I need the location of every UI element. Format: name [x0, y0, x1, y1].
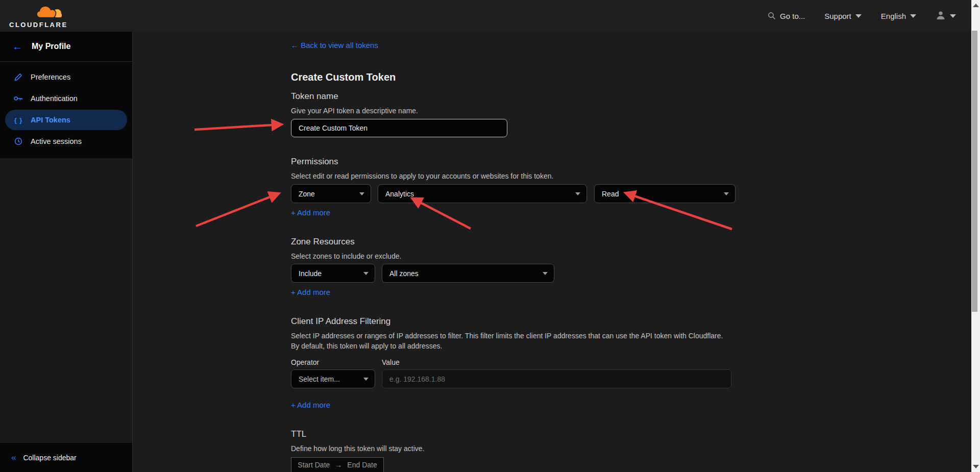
sidebar-item-label: Active sessions: [31, 137, 82, 145]
selected-value: Analytics: [385, 190, 414, 198]
back-arrow-icon[interactable]: ←: [12, 41, 22, 53]
user-icon: [936, 10, 946, 22]
value-label: Value: [382, 358, 400, 366]
selected-value: Include: [299, 269, 322, 278]
sidebar-item-label: API Tokens: [31, 116, 70, 124]
support-menu[interactable]: Support: [824, 12, 862, 20]
sidebar-item-authentication[interactable]: Authentication: [5, 88, 127, 109]
sidebar-item-active-sessions[interactable]: Active sessions: [5, 131, 127, 152]
sidebar-item-label: Authentication: [31, 94, 78, 103]
permission-level-select[interactable]: Read: [594, 184, 736, 203]
account-menu[interactable]: [936, 10, 956, 22]
collapse-sidebar-button[interactable]: « Collapse sidebar: [0, 443, 132, 472]
chevron-down-icon: [543, 272, 548, 275]
pencil-icon: [13, 73, 23, 81]
arrow-right-icon: →: [335, 461, 342, 469]
permissions-heading: Permissions: [291, 157, 971, 167]
zone-resources-heading: Zone Resources: [291, 237, 971, 247]
chevron-down-icon: [724, 192, 729, 195]
clock-icon: [13, 137, 23, 145]
ttl-date-range-picker[interactable]: Start Date → End Date: [291, 457, 384, 472]
zone-resources-description: Select zones to include or exclude.: [291, 251, 731, 261]
chevron-down-icon: [359, 192, 364, 195]
sidebar-item-api-tokens[interactable]: { } API Tokens: [5, 110, 127, 130]
double-chevron-left-icon: «: [11, 453, 15, 463]
scrollbar-thumb[interactable]: [972, 31, 977, 312]
page-scrollbar[interactable]: [971, 0, 980, 472]
chevron-down-icon: [855, 14, 862, 18]
top-header: CLOUDFLARE Go to... Support English: [0, 0, 971, 32]
sidebar-header: ← My Profile: [0, 32, 132, 62]
zone-scope-select[interactable]: All zones: [382, 264, 554, 283]
sidebar-item-preferences[interactable]: Preferences: [5, 67, 127, 87]
selected-value: Read: [602, 190, 619, 198]
value-placeholder: e.g. 192.168.1.88: [389, 375, 445, 383]
scrollbar-up-arrow-icon[interactable]: [973, 4, 979, 7]
back-to-tokens-link[interactable]: ← Back to view all tokens: [291, 41, 378, 49]
permission-group-select[interactable]: Analytics: [378, 184, 587, 203]
token-name-input[interactable]: [291, 119, 507, 137]
selected-value: Zone: [299, 190, 315, 198]
sidebar-title: My Profile: [32, 42, 70, 51]
selected-value: All zones: [389, 269, 419, 278]
end-date-label: End Date: [347, 461, 377, 469]
chevron-down-icon: [363, 272, 369, 275]
operator-label: Operator: [291, 358, 382, 366]
ip-filtering-description: Select IP addresses or ranges of IP addr…: [291, 331, 731, 351]
token-name-description: Give your API token a descriptive name.: [291, 106, 731, 116]
zone-include-select[interactable]: Include: [291, 264, 375, 283]
support-label: Support: [824, 12, 851, 20]
zone-resources-add-more-link[interactable]: + Add more: [291, 288, 330, 296]
chevron-down-icon: [910, 14, 916, 18]
braces-icon: { }: [13, 116, 23, 124]
cloudflare-logo[interactable]: CLOUDFLARE: [9, 3, 65, 30]
ip-operator-select[interactable]: Select item...: [291, 369, 375, 388]
goto-search[interactable]: Go to...: [768, 12, 805, 20]
ttl-description: Define how long this token will stay act…: [291, 443, 731, 454]
ip-value-combobox[interactable]: e.g. 192.168.1.88: [382, 369, 731, 388]
permissions-add-more-link[interactable]: + Add more: [291, 208, 330, 217]
profile-sidebar: ← My Profile Preferences Authentication …: [0, 32, 133, 472]
token-name-heading: Token name: [291, 91, 971, 102]
language-label: English: [881, 12, 906, 20]
cloudflare-wordmark: CLOUDFLARE: [9, 21, 68, 29]
cloudflare-cloud-icon: [36, 4, 63, 19]
goto-label: Go to...: [780, 12, 805, 20]
search-icon: [768, 12, 776, 20]
scrollbar-down-arrow-icon[interactable]: [973, 465, 979, 468]
ip-filtering-add-more-link[interactable]: + Add more: [291, 401, 330, 409]
start-date-label: Start Date: [298, 461, 330, 469]
page-title: Create Custom Token: [291, 71, 971, 83]
chevron-down-icon: [363, 378, 369, 381]
key-icon: [13, 95, 23, 102]
ttl-heading: TTL: [291, 429, 971, 439]
sidebar-item-label: Preferences: [31, 73, 70, 81]
chevron-down-icon: [575, 192, 580, 195]
main-content: ← Back to view all tokens Create Custom …: [133, 32, 971, 472]
permissions-description: Select edit or read permissions to apply…: [291, 171, 731, 181]
select-placeholder: Select item...: [299, 375, 340, 383]
ip-filtering-heading: Client IP Address Filtering: [291, 316, 971, 327]
language-menu[interactable]: English: [881, 12, 916, 20]
collapse-sidebar-label: Collapse sidebar: [23, 454, 76, 462]
permission-scope-select[interactable]: Zone: [291, 184, 371, 203]
chevron-down-icon: [950, 14, 956, 18]
